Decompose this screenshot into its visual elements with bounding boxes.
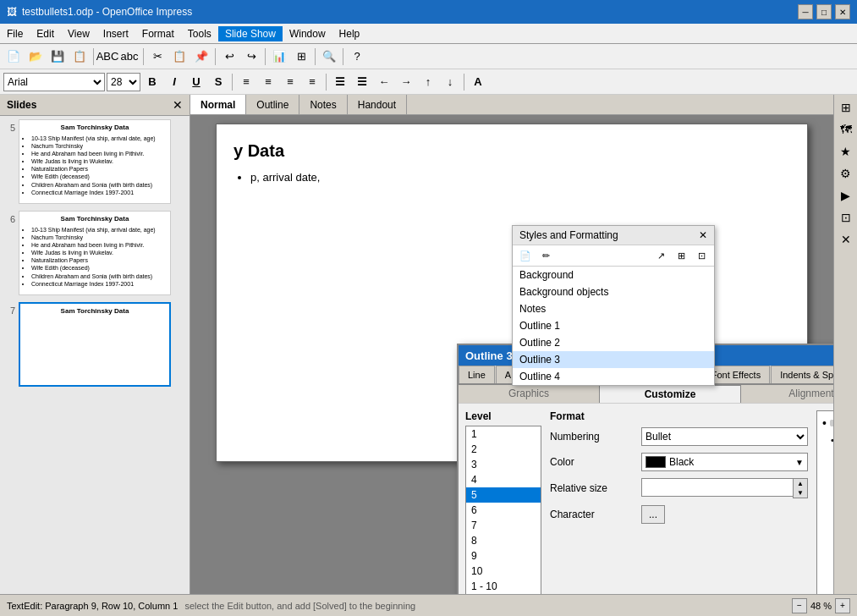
tab-line[interactable]: Line — [459, 366, 495, 383]
slides-scroll[interactable]: 5 Sam Torchinsky Data 10-13 Ship Manifes… — [0, 116, 190, 594]
spinner-up-button[interactable]: ▲ — [794, 479, 807, 488]
numbering-select[interactable]: Bullet — [641, 427, 808, 446]
paste-button[interactable]: 📌 — [191, 47, 212, 67]
styles-icon2-button[interactable]: ⊡ — [692, 247, 711, 264]
zoom-in-button[interactable]: + — [835, 598, 850, 613]
pdf-button[interactable]: 📋 — [69, 47, 90, 67]
level-8[interactable]: 8 — [466, 533, 541, 548]
cut-button[interactable]: ✂ — [147, 47, 168, 67]
slide-preview-7[interactable]: Sam Torchinsky Data — [19, 302, 171, 387]
style-outline4[interactable]: Outline 4 — [513, 368, 714, 385]
level-7[interactable]: 7 — [466, 518, 541, 533]
styles-icon1-button[interactable]: ⊞ — [672, 247, 690, 264]
close-sidebar-button[interactable]: ✕ — [837, 230, 855, 249]
menu-view[interactable]: View — [61, 26, 96, 41]
level-10[interactable]: 10 — [466, 564, 541, 579]
indent-less-button[interactable]: ← — [374, 72, 394, 92]
tab-outline[interactable]: Outline — [246, 95, 299, 114]
align-center-button[interactable]: ≡ — [258, 72, 278, 92]
relative-size-input[interactable]: 100 % — [641, 478, 793, 497]
slide-layout-button[interactable]: ⊡ — [837, 208, 855, 227]
level-1-10[interactable]: 1 - 10 — [466, 579, 541, 594]
menu-edit[interactable]: Edit — [30, 26, 61, 41]
align-justify-button[interactable]: ≡ — [302, 72, 322, 92]
undo-button[interactable]: ↩ — [219, 47, 239, 67]
shadow-button[interactable]: S — [208, 72, 228, 92]
tab-indents-spacing[interactable]: Indents & Spacing — [771, 366, 833, 383]
color-select-box[interactable]: Black ▼ — [641, 453, 808, 471]
level-3[interactable]: 3 — [466, 457, 541, 472]
style-background[interactable]: Background — [513, 267, 714, 283]
font-size-select[interactable]: 28 — [107, 73, 140, 91]
character-button[interactable]: ... — [641, 505, 665, 524]
menu-format[interactable]: Format — [135, 26, 181, 41]
font-color-button[interactable]: A — [468, 72, 488, 92]
color-dropdown-arrow[interactable]: ▼ — [795, 458, 804, 467]
level-9[interactable]: 9 — [466, 548, 541, 564]
style-outline1[interactable]: Outline 1 — [513, 317, 714, 334]
minimize-button[interactable]: ─ — [798, 4, 813, 19]
menu-help[interactable]: Help — [332, 26, 367, 41]
style-outline2[interactable]: Outline 2 — [513, 334, 714, 351]
menu-file[interactable]: File — [0, 26, 30, 41]
spell-button[interactable]: ABC — [97, 47, 118, 67]
slides-close-button[interactable]: ✕ — [173, 98, 183, 112]
level-2[interactable]: 2 — [466, 442, 541, 457]
align-left-button[interactable]: ≡ — [236, 72, 256, 92]
open-button[interactable]: 📂 — [25, 47, 46, 67]
move-down-button[interactable]: ↓ — [440, 72, 460, 92]
styles-edit-button[interactable]: ✏ — [536, 247, 555, 264]
spinner-down-button[interactable]: ▼ — [794, 488, 807, 498]
level-1[interactable]: 1 — [466, 426, 541, 442]
window-title: testbullets1.odp - OpenOffice Impress — [22, 6, 192, 18]
styles-apply-button[interactable]: ↗ — [651, 247, 670, 264]
close-button[interactable]: ✕ — [835, 4, 850, 19]
chart-button[interactable]: 📊 — [269, 47, 289, 67]
customize-bar: Graphics Customize Alignment Tabs — [459, 385, 833, 404]
indent-more-button[interactable]: → — [396, 72, 416, 92]
spell2-button[interactable]: abc — [119, 47, 140, 67]
level-6[interactable]: 6 — [466, 503, 541, 518]
numbering-button[interactable]: ☰ — [352, 72, 372, 92]
status-hint: select the Edit button, and add [Solved]… — [184, 601, 415, 611]
menu-slideshow[interactable]: Slide Show — [218, 26, 283, 41]
slide-preview-5[interactable]: Sam Torchinsky Data 10-13 Ship Manifest … — [19, 119, 171, 204]
copy-button[interactable]: 📋 — [169, 47, 190, 67]
help-button[interactable]: ? — [347, 47, 367, 67]
move-up-button[interactable]: ↑ — [418, 72, 438, 92]
tab-handout[interactable]: Handout — [348, 95, 407, 114]
menu-window[interactable]: Window — [283, 26, 332, 41]
navigator-button[interactable]: 🗺 — [837, 120, 855, 139]
dialog-title: Outline 3 — [465, 349, 513, 362]
zoom-out-button[interactable]: − — [792, 598, 807, 613]
animation-button[interactable]: ▶ — [837, 186, 855, 205]
restore-button[interactable]: □ — [816, 4, 832, 19]
effects-button[interactable]: ⚙ — [837, 164, 855, 183]
style-outline3[interactable]: Outline 3 — [513, 351, 714, 368]
bold-button[interactable]: B — [142, 72, 162, 92]
font-select[interactable]: Arial — [3, 73, 105, 91]
tab-normal[interactable]: Normal — [190, 95, 246, 114]
gallery-button[interactable]: ⊞ — [837, 98, 855, 117]
tab-notes[interactable]: Notes — [299, 95, 347, 114]
level-4[interactable]: 4 — [466, 472, 541, 487]
menu-insert[interactable]: Insert — [96, 26, 135, 41]
redo-button[interactable]: ↪ — [241, 47, 261, 67]
underline-button[interactable]: U — [186, 72, 206, 92]
bullets-button[interactable]: ☰ — [330, 72, 350, 92]
styles-new-button[interactable]: 📄 — [516, 247, 535, 264]
italic-button[interactable]: I — [164, 72, 184, 92]
dialog-body: Level 1 2 3 4 5 6 7 8 9 10 1 - 10 — [459, 404, 833, 594]
level-5[interactable]: 5 — [466, 487, 541, 503]
slide-preview-6[interactable]: Sam Torchinsky Data 10-13 Ship Manifest … — [19, 211, 171, 295]
style-background-objects[interactable]: Background objects — [513, 283, 714, 300]
menu-tools[interactable]: Tools — [181, 26, 218, 41]
save-button[interactable]: 💾 — [47, 47, 68, 67]
styles-button[interactable]: ★ — [837, 142, 855, 161]
styles-dropdown-close[interactable]: ✕ — [699, 229, 707, 241]
new-button[interactable]: 📄 — [3, 47, 24, 67]
align-right-button[interactable]: ≡ — [280, 72, 300, 92]
style-notes[interactable]: Notes — [513, 300, 714, 317]
table-button[interactable]: ⊞ — [291, 47, 311, 67]
zoom-in-button[interactable]: 🔍 — [319, 47, 339, 67]
